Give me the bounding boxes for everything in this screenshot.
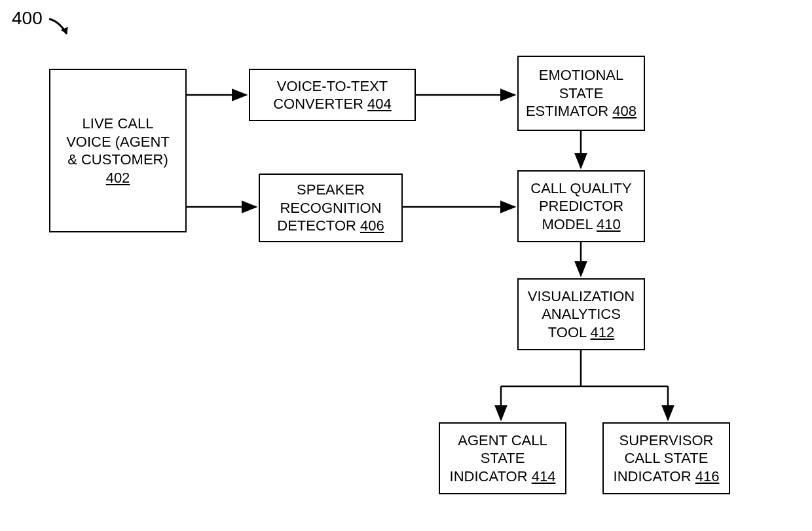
box-408-line2: STATE <box>559 85 604 101</box>
box-414-line2: STATE <box>481 450 525 466</box>
box-410-line1: CALL QUALITY <box>530 180 631 196</box>
box-416-ref: 416 <box>695 468 720 485</box>
box-408-line3-prefix: ESTIMATOR <box>526 103 612 119</box>
box-voice-to-text-converter: VOICE-TO-TEXT CONVERTER 404 <box>249 69 416 121</box>
box-404-ref: 404 <box>367 96 392 112</box>
box-416-line2: CALL STATE <box>625 450 709 466</box>
box-408-line1: EMOTIONAL <box>539 67 624 83</box>
box-402-ref: 402 <box>106 170 130 186</box>
box-emotional-state-estimator: EMOTIONAL STATE ESTIMATOR 408 <box>517 56 645 131</box>
box-410-line3-prefix: MODEL <box>542 216 597 232</box>
box-404-line1: VOICE-TO-TEXT <box>277 78 388 94</box>
box-402-line3: & CUSTOMER) <box>67 151 168 168</box>
box-414-line3-prefix: INDICATOR <box>450 468 532 485</box>
box-agent-call-state-indicator: AGENT CALL STATE INDICATOR 414 <box>439 422 566 494</box>
box-402-line1: LIVE CALL <box>83 115 154 132</box>
box-406-line3-prefix: DETECTOR <box>277 217 360 234</box>
box-412-line3-prefix: TOOL <box>548 324 591 340</box>
box-414-ref: 414 <box>532 468 556 485</box>
box-visualization-analytics-tool: VISUALIZATION ANALYTICS TOOL 412 <box>517 278 645 350</box>
box-live-call-voice: LIVE CALL VOICE (AGENT & CUSTOMER) 402 <box>49 69 187 232</box>
box-402-line2: VOICE (AGENT <box>66 134 170 150</box>
box-416-line3-prefix: INDICATOR <box>614 468 695 485</box>
box-406-ref: 406 <box>360 217 384 234</box>
box-408-ref: 408 <box>612 103 637 119</box>
box-404-line2-prefix: CONVERTER <box>273 96 367 112</box>
box-supervisor-call-state-indicator: SUPERVISOR CALL STATE INDICATOR 416 <box>602 422 730 494</box>
box-414-line1: AGENT CALL <box>458 432 547 449</box>
flowchart-diagram: 400 LIVE CALL VOICE (AGENT & CUSTOMER) 4… <box>0 0 812 531</box>
box-call-quality-predictor-model: CALL QUALITY PREDICTOR MODEL 410 <box>517 170 645 242</box>
box-416-line1: SUPERVISOR <box>619 432 714 449</box>
box-410-ref: 410 <box>597 216 621 232</box>
figure-number: 400 <box>12 8 43 29</box>
box-412-line2: ANALYTICS <box>542 306 621 322</box>
box-412-ref: 412 <box>591 324 615 340</box>
box-412-line1: VISUALIZATION <box>528 288 635 304</box>
box-406-line1: SPEAKER <box>297 181 365 198</box>
box-speaker-recognition-detector: SPEAKER RECOGNITION DETECTOR 406 <box>259 174 403 242</box>
box-406-line2: RECOGNITION <box>280 200 381 216</box>
box-410-line2: PREDICTOR <box>539 198 623 214</box>
figure-pointer-arrow <box>46 16 79 42</box>
